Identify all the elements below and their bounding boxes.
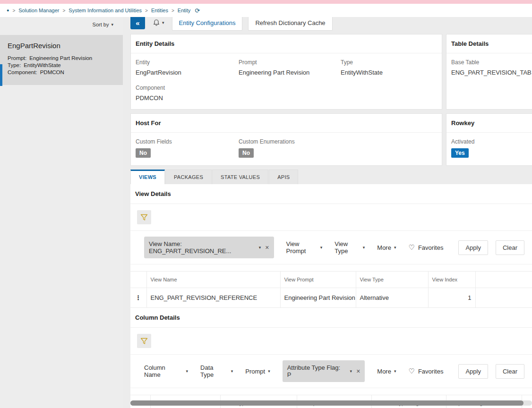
chevron-down-icon: ▾ [320,245,323,250]
breadcrumb-item-entity[interactable]: Entity [178,8,191,13]
column-details-title: Column Details [130,308,532,328]
bell-icon [153,19,160,26]
tab-views[interactable]: VIEWS [130,170,165,184]
field-value: EntityWithState [24,62,61,68]
field-base-table: Base Table ENG_PART_REVISION_TAB [451,59,532,76]
card-title: Host For [131,114,442,133]
filter-dropdown-view-prompt[interactable]: View Prompt ▾ [286,240,323,255]
filter-dropdown-label: Column Name [144,364,183,378]
entity-list-item-type: Type: EntityWithState [8,62,115,68]
double-chevron-left-icon: « [136,19,139,27]
host-cards-row: Host For Custom Fields No Custom Enumera… [130,113,532,166]
remove-filter-icon[interactable]: × [265,244,269,251]
breadcrumb-item-entities[interactable]: Entities [151,8,168,13]
column-header-view-prompt: View Prompt [280,272,356,288]
columns-filter-button[interactable] [137,334,151,348]
sort-by-dropdown[interactable]: Sort by ▾ [93,22,113,27]
field-value: PDMCON [136,94,239,102]
breadcrumb-item-system-information[interactable]: System Information and Utilities [69,8,142,13]
tab-bar: VIEWS PACKAGES STATE VALUES APIS [130,170,532,184]
status-badge: No [136,148,151,158]
cell-view-prompt: Engineering Part Revision [280,288,356,308]
notifications-button[interactable]: ▾ [151,19,166,26]
entity-configurations-button[interactable]: Entity Configurations [172,17,243,31]
field-label: Activated [451,138,532,145]
table-row[interactable]: ⋮ ENG_PART_REVISION_REFERENCE Engineerin… [130,288,532,308]
breadcrumb-separator: > [63,8,66,13]
filter-dropdown-more[interactable]: More ▾ [377,368,396,375]
field-label: Component: [8,69,37,75]
entity-list-item-prompt: Prompt: Engineering Part Revision [8,55,115,61]
tab-apis[interactable]: APIS [269,170,298,184]
filter-dropdown-view-type[interactable]: View Type ▾ [335,240,365,255]
favorites-button[interactable]: ♡ Favorites [408,243,443,252]
row-menu-icon[interactable]: ⋮ [135,294,141,301]
clear-button[interactable]: Clear [496,364,524,379]
view-details-title: View Details [130,184,532,204]
field-label: Type [341,59,437,66]
top-accent-bar [0,0,532,4]
chevron-down-icon: ▾ [350,369,352,374]
filter-dropdown-label: Prompt [245,368,265,375]
refresh-icon[interactable]: ⟳ [195,7,200,14]
favorites-button[interactable]: ♡ Favorites [408,367,443,375]
field-label: Type: [8,62,21,68]
breadcrumb-item-solution-manager[interactable]: Solution Manager [18,8,59,13]
field-entity: Entity EngPartRevision [136,59,239,76]
field-value: ENG_PART_REVISION_TAB [451,69,532,76]
entity-list-item[interactable]: EngPartRevision Prompt: Engineering Part… [0,35,123,85]
card-title: Entity Details [131,34,442,53]
sidebar-sort-row: Sort by ▾ [0,17,123,31]
chevron-down-icon: ▾ [259,245,261,250]
table-details-card: Table Details Base Table ENG_PART_REVISI… [446,34,532,110]
field-component: Component PDMCON [136,85,239,102]
apply-button[interactable]: Apply [458,364,488,379]
cell-view-name: ENG_PART_REVISION_REFERENCE [146,288,280,308]
app-dot-icon[interactable]: ● [7,8,9,13]
filter-dropdown-data-type[interactable]: Data Type ▾ [200,364,233,378]
horizontal-scrollbar[interactable] [130,400,532,406]
remove-filter-icon[interactable]: × [356,367,360,375]
scrollbar-thumb[interactable] [130,400,523,406]
chevron-down-icon: ▾ [394,245,396,250]
heart-icon: ♡ [408,367,414,375]
clear-button[interactable]: Clear [496,240,524,255]
host-for-fields: Custom Fields No Custom Enumerations No [131,133,442,165]
field-value: EntityWithState [341,69,437,76]
field-custom-enumerations: Custom Enumerations No [239,138,437,158]
tab-state-values[interactable]: STATE VALUES [212,170,268,184]
field-label: Prompt: [8,55,26,61]
rowkey-card: Rowkey Activated Yes [446,113,532,166]
filter-chip-attribute-type-flag[interactable]: Attribute Type Flag: P ▾ × [283,360,365,382]
filter-dropdown-label: More [377,244,391,251]
sort-by-label: Sort by [93,22,109,27]
cell-view-index: 1 [428,288,475,308]
field-label: Custom Enumerations [239,138,437,145]
status-badge: Yes [451,148,469,158]
status-badge: No [239,148,254,158]
apply-button[interactable]: Apply [458,240,488,255]
filter-chip-view-name[interactable]: View Name: ENG_PART_REVISION_RE... ▾ × [144,237,274,258]
field-custom-fields: Custom Fields No [136,138,239,158]
filter-dropdown-prompt[interactable]: Prompt ▾ [245,368,270,375]
breadcrumb-separator: > [172,8,174,13]
filter-dropdown-column-name[interactable]: Column Name ▾ [144,364,188,378]
views-filter-button[interactable] [137,210,151,224]
chevron-down-icon: ▾ [363,245,365,250]
selected-indicator [0,64,2,86]
column-header-view-type: View Type [356,272,428,288]
field-label: Prompt [239,59,341,66]
views-filter-band: View Name: ENG_PART_REVISION_RE... ▾ × V… [130,230,532,264]
refresh-dictionary-cache-button[interactable]: Refresh Dictionary Cache [248,17,332,31]
columns-filter-band: Column Name ▾ Data Type ▾ Prompt ▾ Attri… [130,354,532,388]
field-value: EngPartRevision [136,69,239,76]
column-header-view-name: View Name [146,272,280,288]
collapse-panel-button[interactable]: « [130,17,145,29]
field-label: Component [136,85,239,91]
tab-packages[interactable]: PACKAGES [165,170,212,184]
row-menu-column-header [130,272,146,288]
cell-filler [475,288,532,308]
entity-details-card: Entity Details Entity EngPartRevision Pr… [130,34,442,110]
field-label: Custom Fields [136,138,239,145]
filter-dropdown-more[interactable]: More ▾ [377,244,396,251]
